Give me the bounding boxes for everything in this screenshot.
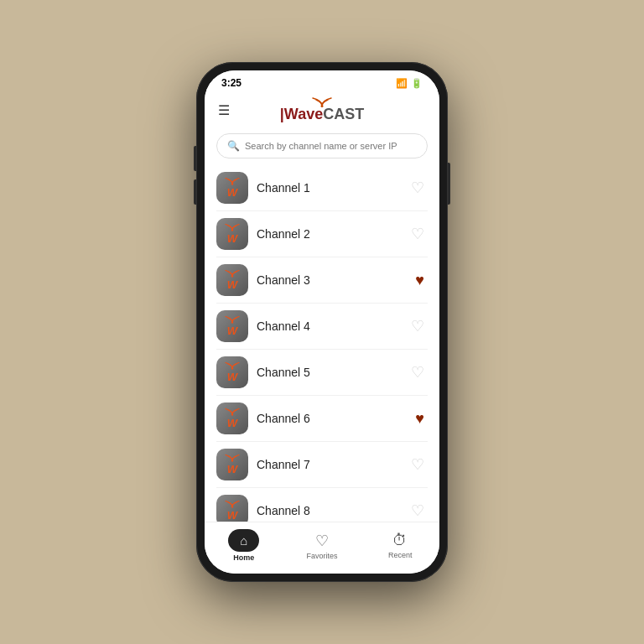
search-input-wrapper[interactable]: 🔍 (216, 133, 428, 158)
channel-item[interactable]: W Channel 3 ♥ (216, 257, 428, 304)
channel-name: Channel 6 (257, 412, 412, 425)
search-bar: 🔍 (216, 133, 428, 158)
channel-name: Channel 4 (257, 319, 408, 333)
bottom-nav: ⌂ Home ♡ Favorites ⏱ Recent (205, 522, 439, 574)
svg-point-6 (231, 413, 233, 415)
channel-icon: W (216, 495, 248, 522)
favorite-button[interactable]: ♥ (412, 407, 428, 431)
channel-name: Channel 8 (257, 504, 408, 517)
favorite-button[interactable]: ♡ (408, 360, 428, 385)
nav-label-favorites: Favorites (306, 552, 337, 560)
recent-icon: ⏱ (392, 532, 408, 549)
channel-name: Channel 1 (257, 181, 408, 195)
channel-item[interactable]: W Channel 4 ♡ (216, 304, 428, 350)
logo-wave-text: |Wave (280, 106, 323, 123)
channel-icon: W (216, 449, 248, 480)
favorite-button[interactable]: ♡ (408, 314, 428, 339)
channel-icon: W (216, 402, 248, 434)
channel-w-letter: W (227, 510, 237, 521)
phone-frame: 3:25 📶 🔋 ☰ |Wav (196, 62, 448, 582)
svg-point-2 (231, 229, 233, 231)
channel-item[interactable]: W Channel 8 ♡ (216, 488, 428, 522)
status-bar: 3:25 📶 🔋 (205, 70, 439, 92)
svg-point-8 (231, 506, 233, 507)
app-header: ☰ |WaveCAST (205, 92, 439, 128)
channel-w-letter: W (227, 371, 237, 382)
volume-down-button (194, 179, 196, 205)
channel-list: W Channel 1 ♡ W (205, 165, 439, 522)
logo-cast-text: CAST (323, 106, 364, 123)
channel-name: Channel 7 (257, 458, 408, 471)
favorite-button[interactable]: ♥ (412, 268, 428, 293)
status-icons: 📶 🔋 (396, 78, 423, 89)
power-button (448, 163, 450, 205)
channel-w-letter: W (227, 418, 237, 428)
menu-icon[interactable]: ☰ (218, 102, 230, 118)
favorite-button[interactable]: ♡ (408, 498, 428, 522)
battery-icon: 🔋 (411, 78, 423, 89)
channel-icon: W (216, 218, 248, 250)
nav-item-recent[interactable]: ⏱ Recent (375, 532, 425, 559)
channel-item[interactable]: W Channel 7 ♡ (216, 442, 428, 488)
svg-point-1 (231, 183, 233, 184)
wifi-status-icon: 📶 (396, 78, 408, 89)
logo-text: |WaveCAST (280, 106, 364, 123)
svg-point-5 (231, 367, 233, 369)
favorite-button[interactable]: ♡ (408, 452, 428, 477)
channel-item[interactable]: W Channel 6 ♥ (216, 396, 428, 442)
nav-item-home[interactable]: ⌂ Home (219, 529, 269, 562)
channel-w-letter: W (227, 233, 237, 244)
home-icon: ⌂ (240, 533, 247, 548)
channel-icon: W (216, 310, 248, 342)
favorite-button[interactable]: ♡ (408, 221, 428, 247)
channel-icon: W (216, 172, 248, 204)
favorites-icon: ♡ (315, 532, 329, 550)
volume-up-button (194, 146, 196, 171)
svg-point-3 (231, 275, 233, 277)
channel-w-letter: W (227, 187, 237, 198)
channel-name: Channel 5 (257, 366, 408, 379)
channel-item[interactable]: W Channel 5 ♡ (216, 350, 428, 396)
status-time: 3:25 (221, 77, 242, 89)
svg-point-7 (231, 460, 233, 461)
favorite-button[interactable]: ♡ (408, 175, 428, 200)
channel-name: Channel 2 (257, 227, 408, 241)
app-logo: |WaveCAST (280, 97, 364, 123)
channel-item[interactable]: W Channel 2 ♡ (216, 211, 428, 257)
channel-w-letter: W (227, 279, 237, 290)
svg-point-4 (231, 321, 233, 323)
channel-w-letter: W (227, 325, 237, 336)
channel-w-letter: W (227, 464, 237, 475)
phone-screen: 3:25 📶 🔋 ☰ |Wav (205, 70, 439, 574)
channel-item[interactable]: W Channel 1 ♡ (216, 165, 428, 211)
channel-icon: W (216, 356, 248, 388)
search-input[interactable] (245, 141, 417, 151)
channel-name: Channel 3 (257, 273, 412, 287)
nav-label-home: Home (233, 553, 254, 562)
search-icon: 🔍 (227, 140, 240, 152)
channel-icon: W (216, 264, 248, 296)
nav-item-favorites[interactable]: ♡ Favorites (297, 532, 347, 560)
home-pill: ⌂ (228, 529, 259, 552)
nav-label-recent: Recent (388, 551, 413, 559)
